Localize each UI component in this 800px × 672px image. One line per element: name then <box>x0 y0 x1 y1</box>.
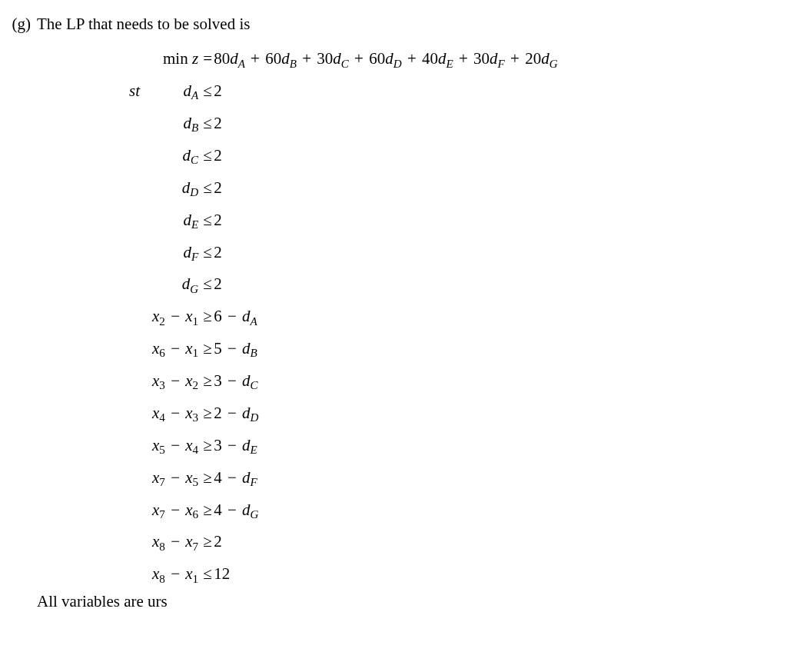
empty <box>37 564 152 587</box>
item-content: The LP that needs to be solved is min z=… <box>37 14 792 612</box>
closing-text: All variables are urs <box>37 591 792 612</box>
empty <box>37 338 152 361</box>
dbound-lhs: dF <box>152 242 198 265</box>
dbound-lhs: dE <box>152 210 198 233</box>
xcon-rhs: 4 − dF <box>214 467 792 491</box>
xcon-lhs: x4 − x3 <box>152 403 198 426</box>
dbound-rel: ≤ <box>198 145 214 168</box>
lp-formulation: min z=80dA + 60dB + 30dC + 60dD + 40dE +… <box>37 48 792 587</box>
dbound-rhs: 2 <box>214 113 792 136</box>
xcon-lhs: x3 − x2 <box>152 371 198 394</box>
dbound-lhs: dC <box>152 145 198 168</box>
empty <box>37 113 152 136</box>
xcon-rel: ≥ <box>198 338 214 361</box>
simplecon-rel: ≥ <box>198 531 214 554</box>
empty <box>37 371 152 394</box>
simplecon-rel: ≤ <box>198 564 214 587</box>
xcon-lhs: x7 − x5 <box>152 467 198 491</box>
xcon-rhs: 3 − dE <box>214 435 792 458</box>
dbound-rel: ≤ <box>198 242 214 265</box>
empty <box>37 210 152 233</box>
dbound-rel: ≤ <box>198 274 214 297</box>
dbound-rel: ≤ <box>198 178 214 201</box>
xcon-lhs: x7 − x6 <box>152 500 198 523</box>
xcon-rel: ≥ <box>198 467 214 491</box>
empty <box>37 274 152 297</box>
empty <box>37 435 152 458</box>
dbound-rhs: 2 <box>214 210 792 233</box>
xcon-rel: ≥ <box>198 500 214 523</box>
objective-lhs: min z <box>152 48 198 72</box>
dbound-rel: ≤ <box>198 210 214 233</box>
dbound-lhs: dB <box>152 113 198 136</box>
objective-rhs: 80dA + 60dB + 30dC + 60dD + 40dE + 30dF … <box>214 48 792 72</box>
intro-text: The LP that needs to be solved is <box>37 14 792 35</box>
dbound-rhs: 2 <box>214 81 792 104</box>
simplecon-lhs: x8 − x1 <box>152 564 198 587</box>
dbound-rhs: 2 <box>214 178 792 201</box>
empty <box>37 242 152 265</box>
xcon-rhs: 6 − dA <box>214 306 792 329</box>
xcon-rel: ≥ <box>198 371 214 394</box>
dbound-rel: ≤ <box>198 81 214 104</box>
xcon-rhs: 5 − dB <box>214 338 792 361</box>
st-label: st <box>37 81 152 104</box>
empty <box>37 500 152 523</box>
dbound-lhs: dG <box>152 274 198 297</box>
empty <box>37 48 152 72</box>
xcon-rhs: 4 − dG <box>214 500 792 523</box>
problem-item: (g) The LP that needs to be solved is mi… <box>0 14 792 612</box>
xcon-lhs: x5 − x4 <box>152 435 198 458</box>
simplecon-rhs: 2 <box>214 531 792 554</box>
dbound-lhs: dA <box>152 81 198 104</box>
item-label: (g) <box>0 14 37 612</box>
dbound-rel: ≤ <box>198 113 214 136</box>
empty <box>37 145 152 168</box>
empty <box>37 403 152 426</box>
empty <box>37 531 152 554</box>
xcon-rhs: 3 − dC <box>214 371 792 394</box>
xcon-lhs: x2 − x1 <box>152 306 198 329</box>
empty <box>37 467 152 491</box>
xcon-rel: ≥ <box>198 403 214 426</box>
objective-rel: = <box>198 48 214 72</box>
dbound-rhs: 2 <box>214 274 792 297</box>
empty <box>37 178 152 201</box>
dbound-lhs: dD <box>152 178 198 201</box>
dbound-rhs: 2 <box>214 145 792 168</box>
dbound-rhs: 2 <box>214 242 792 265</box>
simplecon-lhs: x8 − x7 <box>152 531 198 554</box>
xcon-rel: ≥ <box>198 435 214 458</box>
xcon-rhs: 2 − dD <box>214 403 792 426</box>
simplecon-rhs: 12 <box>214 564 792 587</box>
xcon-lhs: x6 − x1 <box>152 338 198 361</box>
xcon-rel: ≥ <box>198 306 214 329</box>
empty <box>37 306 152 329</box>
